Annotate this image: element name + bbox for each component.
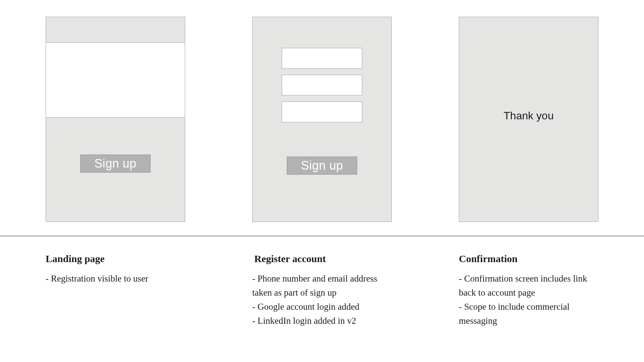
- signup-button[interactable]: Sign up: [80, 155, 151, 173]
- register-field-1[interactable]: [282, 48, 362, 69]
- caption-item: Phone number and email address taken as …: [252, 272, 392, 300]
- caption-landing: Landing page Registration visible to use…: [46, 253, 185, 328]
- caption-confirmation: Confirmation Confirmation screen include…: [459, 253, 598, 328]
- caption-item: LinkedIn login added in v2: [252, 314, 392, 328]
- caption-item: Scope to include commercial messaging: [459, 300, 598, 328]
- register-field-3[interactable]: [282, 102, 362, 122]
- register-field-2[interactable]: [282, 75, 362, 96]
- caption-list: Registration visible to user: [46, 272, 185, 286]
- register-form: Sign up: [253, 17, 391, 222]
- signup-button[interactable]: Sign up: [287, 157, 357, 175]
- screen-confirmation: Thank you: [459, 17, 598, 222]
- wireframes-area: Sign up Sign up Thank you: [0, 0, 644, 235]
- caption-title: Landing page: [46, 253, 185, 264]
- caption-item: Google account login added: [252, 300, 392, 314]
- landing-header-bar: [46, 17, 185, 43]
- screens-row: Sign up Sign up Thank you: [0, 17, 644, 222]
- screen-register: Sign up: [252, 17, 392, 222]
- landing-body: Sign up: [46, 118, 185, 222]
- confirmation-body: Thank you: [459, 17, 598, 222]
- caption-title: Register account: [254, 253, 392, 264]
- landing-hero-block: [46, 43, 185, 118]
- caption-list: Phone number and email address taken as …: [252, 272, 392, 328]
- caption-register: Register account Phone number and email …: [252, 253, 392, 328]
- caption-item: Confirmation screen includes link back t…: [459, 272, 598, 300]
- caption-list: Confirmation screen includes link back t…: [459, 272, 598, 328]
- confirmation-message: Thank you: [503, 110, 553, 122]
- captions-row: Landing page Registration visible to use…: [0, 253, 644, 328]
- screen-landing: Sign up: [46, 17, 185, 222]
- caption-item: Registration visible to user: [46, 272, 185, 286]
- horizontal-divider: [0, 235, 644, 237]
- caption-title: Confirmation: [459, 253, 598, 264]
